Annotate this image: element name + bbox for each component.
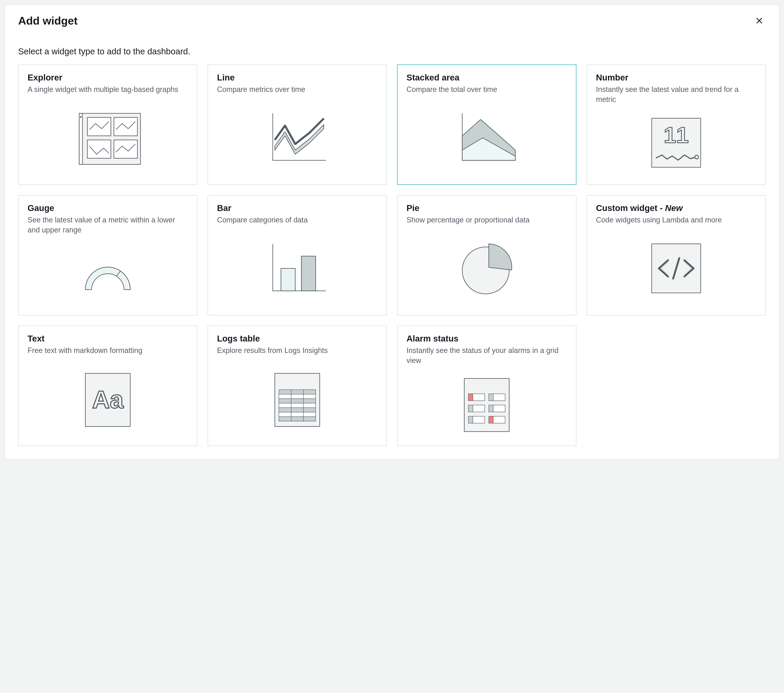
svg-text:11: 11 (664, 122, 688, 147)
svg-rect-38 (489, 416, 493, 423)
card-desc: Explore results from Logs Insights (217, 346, 377, 356)
close-icon (755, 16, 763, 25)
stacked-area-icon (407, 100, 567, 176)
widget-card-number[interactable]: Number Instantly see the latest value an… (586, 64, 766, 185)
close-button[interactable] (753, 14, 766, 27)
card-title: Line (217, 73, 377, 82)
new-badge: New (665, 203, 682, 213)
card-desc: Compare the total over time (407, 84, 567, 94)
card-title: Text (28, 334, 188, 343)
add-widget-modal: Add widget Select a widget type to add t… (5, 5, 779, 459)
svg-rect-34 (489, 405, 493, 412)
modal-body: Select a widget type to add to the dashb… (5, 36, 779, 459)
card-title: Alarm status (407, 334, 567, 343)
svg-rect-22 (279, 412, 316, 417)
widget-card-explorer[interactable]: Explorer A single widget with multiple t… (18, 64, 198, 185)
logs-table-icon (217, 361, 377, 437)
svg-rect-23 (279, 417, 316, 421)
widget-card-line[interactable]: Line Compare metrics over time (208, 64, 387, 185)
card-title: Stacked area (407, 73, 567, 82)
card-desc: Instantly see the latest value and trend… (596, 84, 756, 104)
svg-rect-20 (279, 403, 316, 408)
svg-rect-1 (79, 113, 82, 164)
card-desc: Code widgets using Lambda and more (596, 215, 756, 225)
widget-grid: Explorer A single widget with multiple t… (18, 64, 766, 446)
widget-card-custom[interactable]: Custom widget - New Code widgets using L… (586, 195, 766, 315)
card-desc: See the latest value of a metric within … (28, 215, 188, 235)
explorer-icon (28, 100, 188, 176)
line-chart-icon (217, 100, 377, 176)
number-icon: 11 (596, 110, 756, 175)
card-desc: Compare metrics over time (217, 84, 377, 94)
card-title: Number (596, 73, 756, 82)
widget-card-pie[interactable]: Pie Show percentage or proportional data (397, 195, 576, 315)
svg-text:Aa: Aa (92, 386, 124, 413)
svg-point-9 (695, 155, 698, 159)
card-desc: Instantly see the status of your alarms … (407, 346, 567, 365)
svg-rect-10 (281, 268, 295, 291)
widget-card-text[interactable]: Text Free text with markdown formatting … (18, 325, 198, 446)
prompt-text: Select a widget type to add to the dashb… (18, 46, 766, 56)
svg-rect-28 (468, 394, 473, 401)
svg-rect-21 (279, 408, 316, 412)
card-title: Logs table (217, 334, 377, 343)
modal-header: Add widget (5, 5, 779, 36)
gauge-icon (28, 241, 188, 306)
svg-rect-17 (279, 390, 316, 394)
widget-card-gauge[interactable]: Gauge See the latest value of a metric w… (18, 195, 198, 315)
card-title: Explorer (28, 73, 188, 82)
widget-card-logs-table[interactable]: Logs table Explore results from Logs Ins… (208, 325, 387, 446)
svg-rect-36 (468, 416, 473, 423)
svg-rect-18 (279, 394, 316, 399)
svg-rect-30 (489, 394, 493, 401)
card-title-text: Custom widget - (596, 203, 665, 213)
card-title: Bar (217, 203, 377, 213)
alarm-status-icon (407, 371, 567, 437)
svg-rect-19 (279, 399, 316, 403)
widget-card-bar[interactable]: Bar Compare categories of data (208, 195, 387, 315)
card-title: Custom widget - New (596, 203, 756, 213)
pie-chart-icon (407, 231, 567, 306)
card-desc: Compare categories of data (217, 215, 377, 225)
svg-rect-11 (301, 256, 316, 291)
svg-rect-32 (468, 405, 473, 412)
widget-card-alarm-status[interactable]: Alarm status Instantly see the status of… (397, 325, 576, 446)
text-icon: Aa (28, 361, 188, 437)
card-desc: Free text with markdown formatting (28, 346, 188, 356)
bar-chart-icon (217, 231, 377, 306)
modal-title: Add widget (18, 14, 77, 27)
widget-card-stacked-area[interactable]: Stacked area Compare the total over time (397, 64, 576, 185)
card-desc: Show percentage or proportional data (407, 215, 567, 225)
card-desc: A single widget with multiple tag-based … (28, 84, 188, 94)
code-icon (596, 231, 756, 306)
svg-point-2 (80, 116, 82, 118)
card-title: Pie (407, 203, 567, 213)
card-title: Gauge (28, 203, 188, 213)
svg-rect-5 (87, 140, 111, 158)
